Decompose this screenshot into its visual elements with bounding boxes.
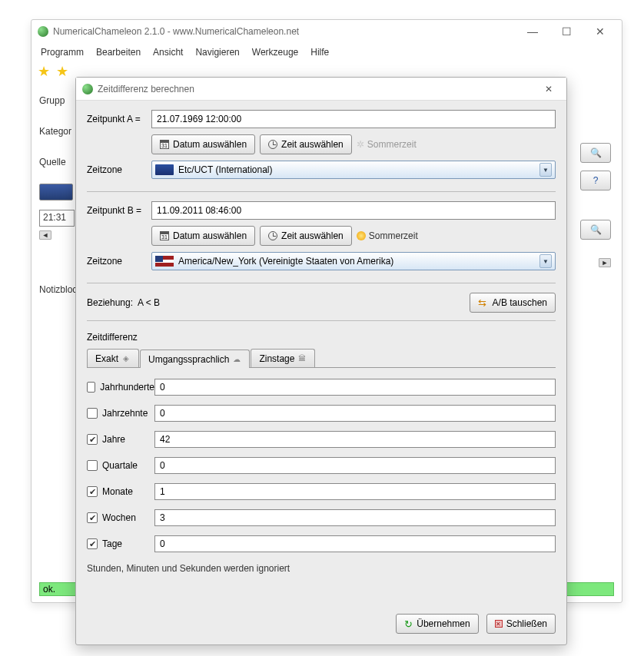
search-button[interactable]: 🔍 — [580, 143, 611, 163]
unit-row: ✔Tage — [87, 532, 556, 555]
swap-ab-button[interactable]: ⇆A/B tauschen — [470, 293, 556, 313]
menu-hilfe[interactable]: Hilfe — [306, 45, 334, 59]
divider — [87, 283, 556, 283]
calendar-icon: 31 — [160, 231, 169, 240]
zeitpunkt-b-input[interactable] — [151, 201, 556, 220]
zeitdifferenz-label: Zeitdifferenz — [87, 332, 556, 343]
unit-checkbox[interactable] — [87, 408, 98, 419]
unit-name: Jahre — [102, 434, 125, 445]
help-button[interactable]: ? — [580, 171, 611, 191]
tab-umgangssprachlich[interactable]: Umgangssprachlich☁ — [140, 350, 250, 368]
unit-value-input[interactable] — [154, 431, 556, 448]
dialog-footer: ↻Übernehmen ✕Schließen — [76, 606, 566, 644]
menu-werkzeuge[interactable]: Werkzeuge — [247, 45, 303, 59]
maximize-button[interactable]: ☐ — [551, 22, 582, 41]
relation-label: Beziehung: — [87, 297, 133, 308]
label-zeitzone-b: Zeitzone — [87, 256, 151, 267]
relation-value: A < B — [138, 297, 160, 308]
dialog-titlebar: Zeitdifferenz berechnen ✕ — [76, 78, 566, 101]
close-icon: ✕ — [495, 620, 503, 628]
divider — [87, 191, 556, 192]
unit-value-input[interactable] — [154, 457, 556, 474]
unit-checkbox[interactable] — [87, 382, 95, 393]
time-input[interactable]: 21:31 — [39, 210, 75, 227]
swap-icon: ⇆ — [478, 297, 489, 308]
sommerzeit-a: ✲Sommerzeit — [357, 139, 417, 150]
window-title: NumericalChameleon 2.1.0 - www.Numerical… — [53, 26, 517, 37]
time-select-b-button[interactable]: Zeit auswählen — [260, 226, 352, 246]
clock-icon — [268, 140, 277, 149]
time-select-a-button[interactable]: Zeit auswählen — [260, 134, 352, 154]
menu-programm[interactable]: Programm — [36, 45, 88, 59]
divider — [87, 320, 556, 321]
clock-icon — [268, 231, 277, 240]
dialog-close-button[interactable]: ✕ — [537, 84, 560, 94]
unit-row: ✔Jahre — [87, 428, 556, 451]
apply-button[interactable]: ↻Übernehmen — [396, 614, 478, 634]
star-icon[interactable]: ★ — [56, 65, 71, 80]
search-button-2[interactable]: 🔍 — [580, 220, 611, 240]
zeitzone-a-combo[interactable]: Etc/UCT (International) ▼ — [151, 161, 556, 179]
unit-row: ✔Wochen — [87, 506, 556, 529]
tabs: Exakt◈ Umgangssprachlich☁ Zinstage🏛 — [87, 347, 556, 367]
apply-icon: ↻ — [404, 618, 413, 630]
unit-value-input[interactable] — [154, 483, 556, 500]
date-select-a-button[interactable]: 31Datum auswählen — [151, 134, 255, 154]
sommerzeit-b: Sommerzeit — [357, 230, 418, 241]
scroll-left-icon[interactable]: ◄ — [39, 230, 51, 240]
app-icon — [38, 26, 48, 37]
label-zeitpunkt-b: Zeitpunkt B = — [87, 205, 151, 216]
unit-name: Quartale — [102, 460, 138, 471]
unit-name: Tage — [102, 538, 122, 549]
unit-label: ✔Jahre — [87, 434, 154, 445]
dialog-body: Zeitpunkt A = 31Datum auswählen Zeit aus… — [76, 101, 566, 606]
star-icon[interactable]: ★ — [38, 65, 53, 80]
unit-label: Jahrhunderte — [87, 382, 154, 393]
date-select-b-button[interactable]: 31Datum auswählen — [151, 226, 255, 246]
scroll-right-icon[interactable]: ► — [599, 258, 611, 267]
ignore-note: Stunden, Minuten und Sekunden werden ign… — [87, 563, 556, 574]
flag-us-icon — [155, 256, 174, 267]
unit-value-input[interactable] — [154, 405, 556, 422]
timezone-chip[interactable] — [39, 184, 73, 200]
chevron-down-icon: ▼ — [539, 163, 552, 177]
label-zeitpunkt-a: Zeitpunkt A = — [87, 114, 151, 124]
label-zeitzone-a: Zeitzone — [87, 164, 151, 175]
unit-checkbox[interactable]: ✔ — [87, 486, 98, 497]
menubar: Programm Bearbeiten Ansicht Navigieren W… — [32, 43, 622, 61]
tab-zinstage[interactable]: Zinstage🏛 — [251, 349, 315, 367]
menu-navigieren[interactable]: Navigieren — [191, 45, 244, 59]
unit-value-input[interactable] — [154, 509, 556, 526]
calendar-icon: 31 — [160, 140, 169, 149]
unit-name: Jahrzehnte — [102, 408, 148, 419]
close-button[interactable]: ✕ — [585, 22, 616, 41]
unit-value-input[interactable] — [154, 535, 556, 552]
unit-checkbox[interactable] — [87, 460, 98, 471]
unit-label: ✔Tage — [87, 538, 154, 549]
unit-name: Jahrhunderte — [100, 382, 154, 393]
tab-exakt[interactable]: Exakt◈ — [87, 349, 139, 367]
unit-checkbox[interactable]: ✔ — [87, 434, 98, 445]
window-controls: — ☐ ✕ — [517, 22, 616, 41]
unit-row: Quartale — [87, 454, 556, 477]
minimize-button[interactable]: — — [517, 22, 548, 41]
unit-row: Jahrhunderte — [87, 376, 556, 399]
gem-icon: ◈ — [121, 354, 131, 363]
close-dialog-button[interactable]: ✕Schließen — [486, 614, 556, 634]
cloud-icon: ☁ — [232, 355, 241, 364]
right-buttons: 🔍 ? 🔍 ► — [576, 143, 611, 267]
unit-label: Jahrzehnte — [87, 408, 154, 419]
time-diff-dialog: Zeitdifferenz berechnen ✕ Zeitpunkt A = … — [75, 77, 567, 645]
unit-checkbox[interactable]: ✔ — [87, 512, 98, 523]
menu-bearbeiten[interactable]: Bearbeiten — [91, 45, 145, 59]
unit-row: Jahrzehnte — [87, 402, 556, 425]
sun-icon — [357, 231, 366, 240]
unit-value-input[interactable] — [154, 379, 556, 396]
unit-checkbox[interactable]: ✔ — [87, 538, 98, 549]
zeitpunkt-a-input[interactable] — [151, 110, 556, 128]
units-panel: JahrhunderteJahrzehnte✔JahreQuartale✔Mon… — [87, 367, 556, 558]
main-titlebar: NumericalChameleon 2.1.0 - www.Numerical… — [32, 20, 622, 43]
menu-ansicht[interactable]: Ansicht — [148, 45, 188, 59]
zeitzone-b-value: America/New_York (Vereinigte Staaten von… — [178, 256, 393, 267]
zeitzone-b-combo[interactable]: America/New_York (Vereinigte Staaten von… — [151, 252, 556, 270]
